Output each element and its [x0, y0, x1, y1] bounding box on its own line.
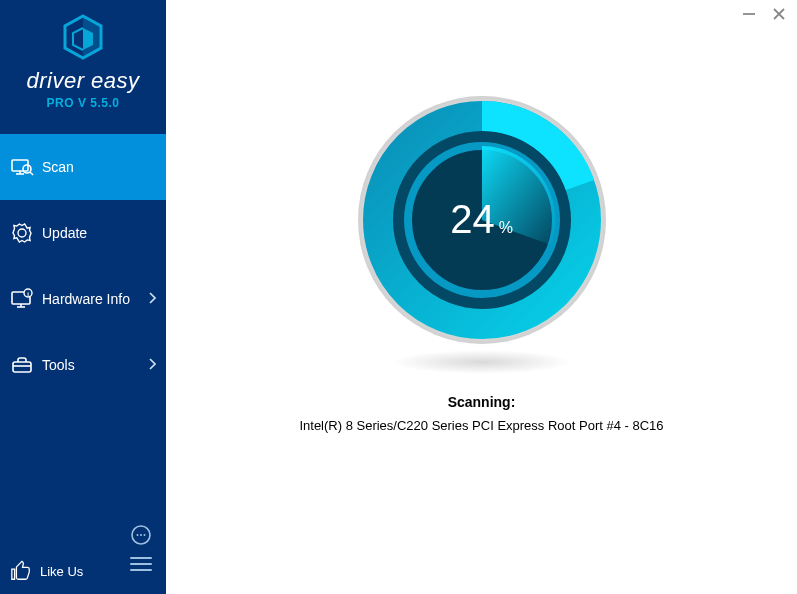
like-us-label: Like Us	[40, 564, 83, 579]
status-label: Scanning:	[448, 394, 516, 410]
svg-rect-10	[13, 362, 31, 372]
svg-point-13	[137, 534, 139, 536]
nav: Scan Update i Hardware Info	[0, 134, 166, 398]
minimize-button[interactable]	[741, 6, 757, 22]
status-detail: Intel(R) 8 Series/C220 Series PCI Expres…	[299, 418, 663, 433]
close-button[interactable]	[771, 6, 787, 22]
sidebar-item-label: Tools	[42, 357, 75, 373]
magnifier-monitor-icon	[10, 155, 34, 179]
chat-icon[interactable]	[130, 524, 152, 546]
sidebar-item-scan[interactable]: Scan	[0, 134, 166, 200]
gear-icon	[10, 221, 34, 245]
sidebar-bottom: Like Us	[0, 514, 166, 594]
svg-point-14	[140, 534, 142, 536]
sidebar-item-tools[interactable]: Tools	[0, 332, 166, 398]
bottom-icons-row	[0, 524, 166, 546]
brand-version: PRO V 5.5.0	[0, 96, 166, 110]
titlebar	[741, 6, 787, 22]
logo-area: driver easy PRO V 5.5.0	[0, 0, 166, 114]
progress-shadow	[392, 350, 572, 374]
main-area: 24 % Scanning: Intel(R) 8 Series/C220 Se…	[166, 0, 797, 594]
toolbox-icon	[10, 353, 34, 377]
sidebar-item-label: Hardware Info	[42, 291, 130, 307]
sidebar-item-update[interactable]: Update	[0, 200, 166, 266]
sidebar-item-hardware-info[interactable]: i Hardware Info	[0, 266, 166, 332]
chevron-right-icon	[148, 358, 156, 373]
like-us-button[interactable]: Like Us	[0, 560, 83, 582]
progress-ring: 24 %	[352, 90, 612, 350]
sidebar-item-label: Scan	[42, 159, 74, 175]
menu-icon[interactable]	[130, 553, 152, 575]
progress-value: 24	[450, 197, 495, 242]
chevron-right-icon	[148, 292, 156, 307]
progress-text: 24 %	[450, 197, 513, 242]
app-window: driver easy PRO V 5.5.0 Scan Update i	[0, 0, 797, 594]
sidebar-item-label: Update	[42, 225, 87, 241]
sidebar: driver easy PRO V 5.5.0 Scan Update i	[0, 0, 166, 594]
brand-name: driver easy	[0, 68, 166, 94]
svg-point-15	[144, 534, 146, 536]
app-logo-icon	[61, 14, 105, 64]
thumbs-up-icon	[10, 560, 32, 582]
monitor-info-icon: i	[10, 287, 34, 311]
svg-point-3	[23, 165, 31, 173]
scan-content: 24 % Scanning: Intel(R) 8 Series/C220 Se…	[166, 0, 797, 433]
svg-line-4	[30, 172, 33, 175]
progress-unit: %	[499, 219, 513, 237]
